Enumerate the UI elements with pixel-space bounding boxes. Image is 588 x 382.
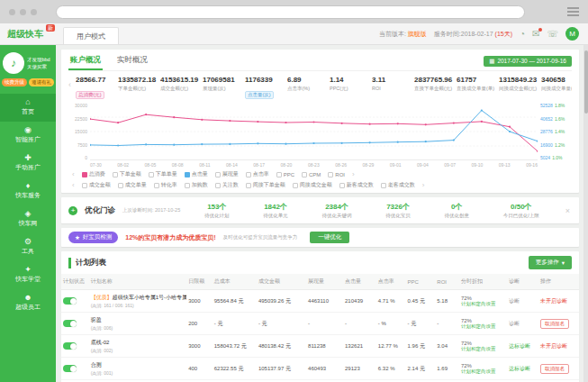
plan-action[interactable]: 未开启诊断 (540, 343, 567, 349)
legend-item[interactable]: 点击率 (246, 170, 269, 178)
plan-toggle[interactable] (63, 320, 77, 327)
plan-toggle[interactable] (63, 297, 77, 305)
plan-action[interactable]: 取消报名 (540, 319, 569, 329)
kpi: 1315849.23间接成交金额(元) (499, 76, 541, 100)
history-icon[interactable]: ◔ (520, 30, 525, 39)
chevron-right-icon[interactable]: › (422, 181, 425, 189)
legend-item[interactable]: 转化率 (154, 181, 177, 189)
invite-button[interactable]: 邀请有礼 (29, 78, 54, 86)
close-icon[interactable]: × (564, 206, 572, 215)
kpi-label[interactable]: 直接成交单量(单) (457, 86, 499, 92)
plan-name[interactable]: 【优质】超级快车小哈专属1号-小哈专属 (91, 294, 185, 302)
legend-checkbox[interactable] (149, 172, 154, 177)
date-range-button[interactable]: ▦ 2017-07-30 — 2017-09-16 (484, 56, 572, 67)
legend-item[interactable]: 展现量 (215, 170, 239, 178)
chevron-right-icon[interactable]: › (352, 170, 355, 178)
legend-checkbox[interactable] (276, 172, 282, 177)
legend-checkbox[interactable] (185, 172, 190, 177)
legend-item[interactable]: PPC (276, 172, 294, 177)
kpi-label[interactable]: 点击率(%) (287, 86, 330, 92)
legend-checkbox[interactable] (154, 183, 159, 188)
kpi-label[interactable]: 点击量(次) (245, 91, 274, 99)
browser-menu-button[interactable] (567, 7, 579, 16)
plan-name[interactable]: 驼盈 (91, 316, 185, 324)
legend-item[interactable]: 成交单量 (118, 181, 147, 189)
headset-icon[interactable]: ☏ (547, 30, 558, 39)
plan-name[interactable]: 合测 (91, 361, 185, 369)
legend-checkbox[interactable] (118, 183, 123, 188)
legend-item[interactable]: 下单单量 (149, 170, 177, 178)
plan-toggle[interactable] (63, 342, 77, 350)
legend-checkbox[interactable] (328, 172, 333, 177)
sidebar-item-staff[interactable]: ☻超级员工 (0, 289, 56, 317)
legend-item[interactable]: 点击量 (185, 170, 208, 178)
legend-item[interactable]: 下单金额 (113, 170, 141, 178)
kpi-label[interactable]: 间接成交单量(单) (541, 86, 572, 92)
legend-checkbox[interactable] (215, 172, 221, 177)
sidebar-item-smart[interactable]: ◉智能推广 (0, 122, 56, 150)
sidebar-item-manual[interactable]: ✚手动推广 (0, 150, 56, 177)
legend-checkbox[interactable] (381, 183, 386, 188)
renew-button[interactable]: 续费升级 (2, 78, 27, 86)
app-logo[interactable]: 超级快车 新 (7, 28, 54, 41)
legend-checkbox[interactable] (246, 183, 251, 188)
legend-item[interactable]: 总消费 (82, 170, 105, 178)
legend-item[interactable]: 间接下单金额 (246, 181, 285, 189)
sidebar-item-tools[interactable]: ⚙工具 (0, 233, 56, 261)
more-actions-button[interactable]: 更多操作 ▾ (529, 256, 572, 269)
kpi-label[interactable]: 直接下单金额(元) (414, 86, 457, 92)
sidebar-item-service[interactable]: ♦快车服务 (0, 177, 56, 205)
tab-realtime-overview[interactable]: 实时概况 (115, 51, 149, 70)
tab-user-mode[interactable]: 用户模式 (63, 27, 119, 44)
chevron-left-icon[interactable]: ‹ (72, 181, 75, 189)
legend-item[interactable]: 成交金额 (82, 181, 111, 189)
sidebar-item-network[interactable]: ◈快车网 (0, 205, 56, 233)
legend-checkbox[interactable] (215, 183, 221, 188)
legend-item[interactable]: ROI (328, 172, 345, 177)
tab-account-overview[interactable]: 账户概况 (68, 51, 103, 70)
diagnosis-link[interactable]: 达标诊断 (509, 366, 530, 371)
sidebar-item-home[interactable]: ⌂首页 (0, 94, 56, 122)
plan-name[interactable]: 底线-02 (91, 339, 185, 347)
legend-checkbox[interactable] (82, 183, 87, 188)
plan-action[interactable]: 取消报名 (540, 364, 569, 374)
legend-checkbox[interactable] (113, 172, 118, 177)
legend-checkbox[interactable] (302, 172, 307, 177)
scrollbar[interactable] (583, 45, 588, 382)
chevron-left-icon[interactable]: ‹ (72, 170, 75, 178)
one-click-optimize-button[interactable]: 一键优化 (310, 232, 349, 243)
browser-url-bar[interactable] (56, 5, 525, 19)
diagnosis-link[interactable]: 诊断 (509, 298, 520, 304)
legend-checkbox[interactable] (185, 183, 190, 188)
legend-checkbox[interactable] (82, 172, 87, 177)
plan-action[interactable]: 未开启诊断 (540, 298, 567, 304)
sidebar-item-school[interactable]: ✦快车学堂 (0, 261, 56, 289)
kpi-label[interactable]: 展现量(次) (203, 86, 245, 92)
kpi-label[interactable]: 成交金额(元) (160, 86, 203, 92)
scrollbar-thumb[interactable] (584, 50, 588, 114)
legend-item[interactable]: 新客成交数 (339, 181, 374, 189)
discount-settings-link[interactable]: 计划和定向设置 (461, 346, 505, 352)
diagnosis-link[interactable]: 达标诊断 (509, 343, 530, 349)
legend-checkbox[interactable] (339, 183, 345, 188)
discount-settings-link[interactable]: 计划和定向设置 (461, 368, 505, 375)
diagnosis-link[interactable]: 诊断 (509, 321, 520, 326)
plan-toggle[interactable] (63, 365, 77, 372)
legend-item[interactable]: 加购数 (185, 181, 208, 189)
kpi-label[interactable]: PPC(元) (330, 86, 372, 92)
kpi-label[interactable]: ROI (372, 86, 414, 91)
legend-checkbox[interactable] (246, 172, 251, 177)
chevron-left-icon[interactable]: ‹ (68, 80, 71, 89)
kpi-label[interactable]: 总消费(元) (76, 91, 104, 99)
discount-settings-link[interactable]: 计划和定向设置 (461, 301, 505, 307)
legend-item[interactable]: 间接成交金额 (293, 181, 332, 189)
legend-item[interactable]: CPM (302, 172, 321, 177)
kpi-label[interactable]: 间接成交金额(元) (499, 86, 541, 92)
kpi-label[interactable]: 下单金额(元) (118, 86, 160, 92)
discount-settings-link[interactable]: 计划和定向设置 (461, 323, 505, 330)
legend-item[interactable]: 老客成交数 (381, 181, 415, 189)
legend-checkbox[interactable] (293, 183, 298, 188)
mail-icon[interactable]: ✉ (532, 30, 539, 39)
legend-item[interactable]: 关注数 (215, 181, 239, 189)
user-avatar[interactable]: M (565, 27, 579, 41)
